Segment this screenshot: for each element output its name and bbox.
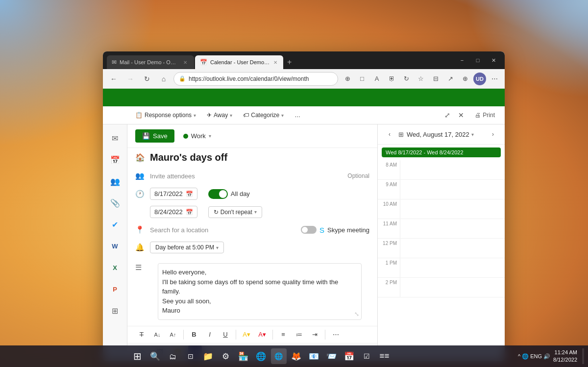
forward-button[interactable]: →: [123, 72, 137, 86]
font-size-up-icon[interactable]: A↑: [167, 328, 179, 341]
tray-chevron[interactable]: ^: [518, 353, 520, 359]
favorites-icon[interactable]: ☆: [415, 73, 427, 85]
repeat-button[interactable]: ↻ Don't repeat ▾: [208, 206, 262, 218]
resize-handle-icon[interactable]: ⤡: [354, 310, 359, 318]
print-button[interactable]: 🖨 Print: [471, 110, 499, 121]
sidebar-icon-apps[interactable]: ⊞: [106, 302, 124, 319]
new-tab-button[interactable]: +: [284, 55, 294, 69]
more-format-button[interactable]: ⋯: [329, 328, 342, 341]
cal-slot-12pm[interactable]: [400, 239, 505, 258]
widgets-button[interactable]: ⊡: [183, 348, 198, 364]
location-input[interactable]: Search for a location: [150, 226, 296, 234]
cal-next-button[interactable]: ›: [487, 128, 499, 140]
taskbar-app-store[interactable]: 🏪: [236, 348, 251, 364]
taskbar-app-firefox[interactable]: 🦊: [289, 348, 304, 364]
body-editor[interactable]: Hello everyone, I'll be taking some days…: [158, 263, 362, 320]
maximize-button[interactable]: □: [470, 53, 485, 68]
cal-slot-10am[interactable]: [400, 199, 505, 219]
taskbar-app-bars[interactable]: ≡≡: [377, 348, 392, 364]
topbar-close-icon[interactable]: ✕: [455, 109, 467, 121]
cal-slot-9am[interactable]: [400, 180, 505, 199]
more-icon[interactable]: ⋯: [488, 73, 501, 85]
tab-calendar-close[interactable]: ✕: [272, 58, 278, 66]
bold-button[interactable]: B: [188, 328, 200, 341]
collections2-icon[interactable]: ⊟: [429, 73, 442, 85]
collections-icon[interactable]: □: [356, 73, 368, 85]
taskbar-app-calendar[interactable]: 📅: [342, 348, 357, 364]
save-button[interactable]: 💾 Save: [135, 129, 174, 143]
home-button[interactable]: ⌂: [157, 72, 171, 86]
sidebar-icon-word[interactable]: W: [106, 237, 124, 255]
taskbar-app-settings[interactable]: ⚙: [218, 348, 234, 364]
response-options-button[interactable]: 📋 Response options ▾: [131, 110, 200, 121]
work-dot-icon: [183, 134, 188, 139]
start-button[interactable]: ⊞: [130, 348, 146, 364]
highlight-color-button[interactable]: A▾: [240, 328, 253, 341]
repeat-chevron: ▾: [254, 209, 257, 215]
sidebar-icon-tasks[interactable]: ✔: [106, 216, 124, 233]
cal-date-title[interactable]: Wed, August 17, 2022 ▾: [407, 131, 484, 138]
address-bar[interactable]: 🔒 https://outlook.live.com/calendar/0/vi…: [173, 72, 338, 86]
toggle-switch[interactable]: [208, 189, 228, 199]
cal-slot-11am[interactable]: [400, 219, 505, 238]
tab-calendar[interactable]: 📅 Calendar - User Demo - Outloo… ✕: [195, 55, 283, 69]
cal-slot-2pm[interactable]: [400, 278, 505, 297]
font-color-button[interactable]: A▾: [256, 328, 269, 341]
cal-time-row-1pm: 1 PM: [378, 258, 505, 278]
format-clear-icon[interactable]: T̶: [135, 328, 148, 341]
browser-titlebar: ✉ Mail - User Demo - Outlook ✕ 📅 Calenda…: [103, 51, 505, 69]
taskbar-app-browser[interactable]: 🌐: [271, 348, 287, 364]
sidebar-icon-files[interactable]: 📎: [106, 194, 124, 212]
list-button[interactable]: ≔: [293, 328, 305, 341]
sidebar-icon-calendar[interactable]: 📅: [106, 151, 124, 169]
extensions-icon[interactable]: ⊕: [341, 73, 354, 85]
refresh-icon[interactable]: ↻: [400, 73, 413, 85]
taskbar-app-files[interactable]: 📁: [200, 348, 216, 364]
text-options-icon[interactable]: A: [370, 73, 383, 85]
cal-prev-button[interactable]: ‹: [384, 128, 395, 140]
taskbar-clock[interactable]: 11:24 AM 8/12/2022: [553, 349, 577, 364]
indent-button[interactable]: ⇥: [308, 328, 321, 341]
cal-grid-icon[interactable]: ⊞: [398, 131, 404, 138]
reminder-button[interactable]: Day before at 5:00 PM ▾: [150, 242, 224, 253]
feedback-icon[interactable]: ⊕: [459, 73, 471, 85]
close-button[interactable]: ✕: [486, 53, 501, 68]
tab-mail[interactable]: ✉ Mail - User Demo - Outlook ✕: [107, 55, 194, 69]
attendees-input[interactable]: Invite attendees: [150, 172, 343, 180]
print-icon: 🖨: [475, 112, 481, 119]
taskbar-app-outlook[interactable]: 📧: [306, 348, 322, 364]
event-title[interactable]: Mauro's days off: [150, 152, 369, 163]
taskbar-app-mail2[interactable]: 📨: [324, 348, 340, 364]
work-category-button[interactable]: Work ▾: [179, 130, 215, 142]
minimize-button[interactable]: −: [455, 53, 469, 68]
skype-toggle[interactable]: [301, 226, 317, 234]
font-size-down-icon[interactable]: A↓: [151, 328, 164, 341]
start-date-input[interactable]: 8/17/2022 📅: [150, 188, 197, 200]
more-options-button[interactable]: …: [291, 110, 304, 121]
back-button[interactable]: ←: [107, 72, 121, 86]
italic-button[interactable]: I: [203, 328, 216, 341]
all-day-toggle[interactable]: All day: [208, 189, 250, 199]
search-button[interactable]: 🔍: [147, 348, 163, 364]
sidebar-icon-people[interactable]: 👥: [106, 172, 124, 190]
sidebar-icon-mail[interactable]: ✉: [106, 129, 124, 147]
share-icon[interactable]: ↗: [444, 73, 457, 85]
align-button[interactable]: ≡: [277, 328, 290, 341]
profile-icon[interactable]: UD: [473, 73, 486, 85]
sidebar-icon-excel[interactable]: X: [106, 259, 124, 276]
reload-button[interactable]: ↻: [140, 72, 154, 86]
show-desktop-button[interactable]: [582, 348, 584, 364]
tab-mail-close[interactable]: ✕: [181, 58, 189, 66]
settings-icon[interactable]: ⛨: [385, 73, 398, 85]
expand-icon[interactable]: ⤢: [441, 109, 453, 121]
categorize-button[interactable]: 🏷 Categorize ▾: [239, 110, 288, 121]
away-button[interactable]: ✈ Away ▾: [203, 110, 236, 121]
taskbar-app-edge[interactable]: 🌐: [253, 348, 269, 364]
sidebar-icon-powerpoint[interactable]: P: [106, 280, 124, 298]
taskview-button[interactable]: 🗂: [165, 348, 181, 364]
cal-slot-8am[interactable]: [400, 160, 505, 179]
end-date-input[interactable]: 8/24/2022 📅: [150, 206, 197, 218]
cal-slot-1pm[interactable]: [400, 258, 505, 277]
underline-button[interactable]: U: [219, 328, 232, 341]
taskbar-app-todo[interactable]: ☑: [359, 348, 375, 364]
